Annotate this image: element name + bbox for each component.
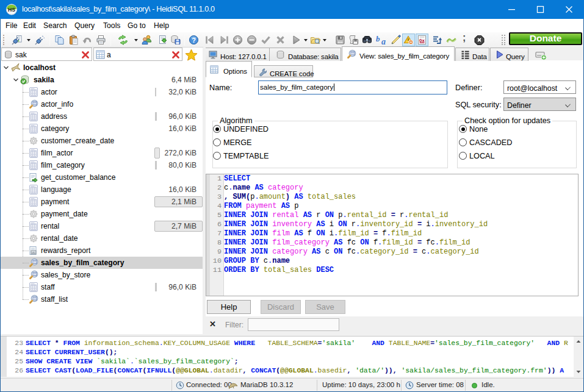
svg-text:HS: HS xyxy=(8,7,15,13)
svg-text:0x: 0x xyxy=(419,38,425,43)
svg-text:?: ? xyxy=(192,37,196,44)
